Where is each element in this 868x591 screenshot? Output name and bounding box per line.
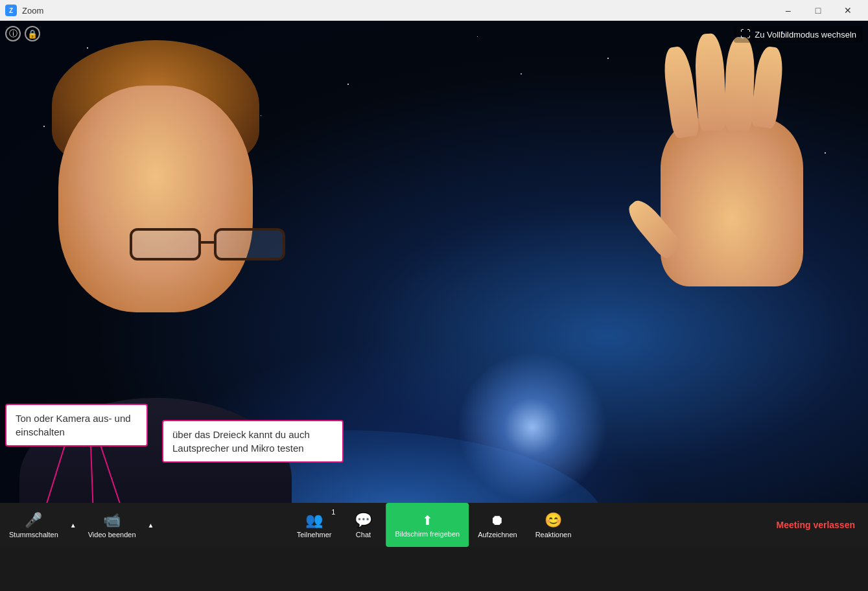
participants-label: Teilnehmer <box>297 531 332 539</box>
titlebar: Z Zoom – □ ✕ <box>0 0 868 21</box>
info-icon: ⓘ <box>9 28 18 40</box>
mic-icon: 🎤 <box>25 512 42 529</box>
palm <box>661 118 803 286</box>
earth-light <box>451 346 613 508</box>
chat-button[interactable]: 💬 Chat <box>340 503 386 547</box>
info-icon-button[interactable]: ⓘ <box>5 26 21 41</box>
reactions-label: Reaktionen <box>535 531 572 539</box>
record-icon: ⏺ <box>490 512 504 529</box>
info-bar: ⓘ 🔒 <box>5 26 40 41</box>
video-chevron[interactable]: ▲ <box>145 503 157 547</box>
video-area: ⓘ 🔒 ⛶ Zu Vollbildmodus wechseln Ton oder… <box>0 21 868 547</box>
toolbar: 🎤 Stummschalten ▲ 📹 Video beenden ▲ 👥 1 … <box>0 503 868 547</box>
finger-1 <box>661 45 700 139</box>
app-title: Zoom <box>22 6 43 16</box>
thumb <box>623 195 683 261</box>
window-controls: – □ ✕ <box>773 0 863 21</box>
tooltip-triangle: über das Dreieck kannt du auch Lautsprec… <box>162 420 344 463</box>
mute-button[interactable]: 🎤 Stummschalten <box>0 503 67 547</box>
participants-button[interactable]: 👥 1 Teilnehmer <box>288 503 341 547</box>
close-button[interactable]: ✕ <box>833 0 863 21</box>
mute-chevron[interactable]: ▲ <box>67 503 79 547</box>
glass-left <box>130 228 201 261</box>
participants-icon: 👥 <box>305 512 323 529</box>
video-icon: 📹 <box>103 512 121 529</box>
record-button[interactable]: ⏺ Aufzeichnen <box>469 503 526 547</box>
star <box>521 73 522 75</box>
tooltip2-text: über das Dreieck kannt du auch Lautsprec… <box>172 429 310 454</box>
lock-icon: 🔒 <box>27 29 38 39</box>
tooltip-mute: Ton oder Kamera aus- und einschalten <box>5 404 148 446</box>
share-label: Bildschirm freigeben <box>395 530 460 538</box>
reactions-icon: 😊 <box>545 512 562 529</box>
video-chevron-icon: ▲ <box>148 522 154 529</box>
chat-icon: 💬 <box>355 512 372 529</box>
finger-4 <box>750 45 786 129</box>
raised-hand <box>628 86 836 461</box>
maximize-button[interactable]: □ <box>803 0 833 21</box>
fullscreen-button[interactable]: ⛶ Zu Vollbildmodus wechseln <box>734 26 863 43</box>
video-background <box>0 21 868 547</box>
minimize-button[interactable]: – <box>773 0 803 21</box>
mute-label: Stummschalten <box>9 531 58 539</box>
person-glasses <box>123 228 305 267</box>
titlebar-left: Z Zoom <box>5 5 43 16</box>
share-icon: ⬆ <box>422 513 433 528</box>
star <box>607 58 609 59</box>
finger-2 <box>694 33 727 132</box>
toolbar-center: 👥 1 Teilnehmer 💬 Chat ⬆ Bildschirm freig… <box>288 503 581 547</box>
glass-right <box>214 228 285 261</box>
zoom-logo: Z <box>5 5 17 16</box>
video-label: Video beenden <box>88 531 136 539</box>
star <box>261 115 261 116</box>
star <box>43 126 45 127</box>
chat-label: Chat <box>356 531 371 539</box>
chevron-up-icon: ▲ <box>70 522 76 529</box>
toolbar-right: Meeting verlassen <box>764 503 868 547</box>
toolbar-left: 🎤 Stummschalten ▲ 📹 Video beenden ▲ <box>0 503 156 547</box>
video-button[interactable]: 📹 Video beenden <box>79 503 145 547</box>
star <box>477 36 478 37</box>
record-label: Aufzeichnen <box>478 531 517 539</box>
svg-text:Z: Z <box>9 7 13 14</box>
fullscreen-label: Zu Vollbildmodus wechseln <box>755 30 856 40</box>
share-button[interactable]: ⬆ Bildschirm freigeben <box>386 503 469 547</box>
participants-count: 1 <box>331 508 335 516</box>
person-face <box>58 86 253 312</box>
star <box>87 47 88 49</box>
lock-icon-button[interactable]: 🔒 <box>25 26 40 41</box>
end-meeting-button[interactable]: Meeting verlassen <box>764 503 868 547</box>
glass-bridge <box>200 241 215 244</box>
tooltip1-text: Ton oder Kamera aus- und einschalten <box>16 413 131 437</box>
reactions-button[interactable]: 😊 Reaktionen <box>526 503 581 547</box>
fullscreen-icon: ⛶ <box>740 29 751 40</box>
star <box>347 84 349 85</box>
